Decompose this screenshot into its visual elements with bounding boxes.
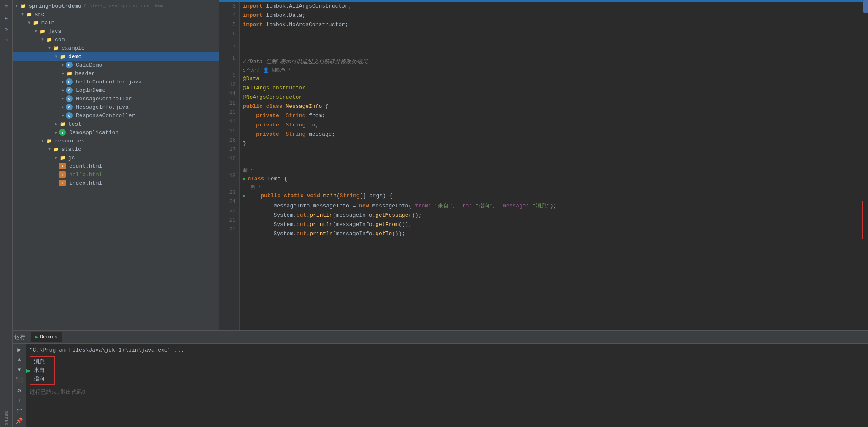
code-line-7 [243,39,863,57]
code-lines[interactable]: import lombok.AllArgsConstructor; import… [240,2,863,330]
settings-button[interactable]: ⚙ [14,386,24,395]
code-line-10: @AllArgsConstructor [243,83,863,93]
output-section: 消息 来自 指向 [30,356,55,385]
main-container: ▼ 📁 spring-boot-demo C:\test_java\spring… [13,0,868,427]
tree-label-root: spring-boot-demo [29,3,81,9]
tree-item-count-html[interactable]: ▶ H count.html [13,162,219,170]
right-scrollbar[interactable] [863,0,868,330]
arrow-demoapplication: ▶ [53,130,59,135]
tree-label-test: test [68,121,81,127]
tree-item-header[interactable]: ▶ 📁 header [13,69,219,78]
tree-item-hello-html[interactable]: ▶ H hello.html [13,170,219,179]
folder-icon-root: 📁 [19,3,27,9]
arrow-msgctrl: ▶ [60,96,66,101]
folder-icon-example: 📁 [52,45,60,51]
code-line-18 [243,158,863,167]
tree-item-example[interactable]: ▼ 📁 example [13,44,219,52]
tree-label-main: main [41,20,54,26]
tree-item-src[interactable]: ▼ 📁 src [13,10,219,19]
folder-icon-com: 📁 [46,36,53,43]
folder-icon-header: 📁 [66,70,73,77]
arrow-java: ▼ [33,29,39,34]
terminal-area: "C:\Program Files\Java\jdk-17\bin\java.e… [26,344,868,427]
tree-item-root[interactable]: ▼ 📁 spring-boot-demo C:\test_java\spring… [13,2,219,10]
code-line-16: } [243,139,863,148]
code-line-21: MessageInfo messageInfo = new MessageInf… [245,201,862,211]
tree-label-demo: demo [68,54,81,60]
tab-demo[interactable]: ▶ Demo ✕ [31,332,62,342]
icon-calcdemo: C [66,62,73,68]
tree-label-resources: resources [55,138,84,144]
tree-label-calcdemo: CalcDemo [76,62,102,68]
code-hint-19: 新 * [243,184,863,191]
tree-item-messageinfo[interactable]: ▶ C MessageInfo.java [13,103,219,111]
output-red-box: 消息 来自 指向 [30,356,55,385]
code-line-17 [243,148,863,158]
tree-item-hello-controller[interactable]: ▶ C helloController.java [13,78,219,86]
scroll-up-button[interactable]: ▲ [14,355,24,364]
tree-label-static: static [62,146,81,153]
arrow-static: ▼ [46,147,52,152]
project-tree[interactable]: ▼ 📁 spring-boot-demo C:\test_java\spring… [13,0,219,330]
toolbar-icon-4[interactable]: ⊕ [2,35,11,45]
tree-item-messagecontroller[interactable]: ▶ C MessageController [13,94,219,103]
tree-label-example: example [62,45,85,51]
code-line-20: ▶ public static void main(String[] args)… [243,191,863,201]
output-line-1: 消息 [34,358,51,366]
toolbar-icon-3[interactable]: ⚙ [2,24,11,34]
tree-label-messagecontroller: MessageController [76,96,132,102]
stop-button[interactable]: ⬛ [14,376,24,384]
toolbar-icon-2[interactable]: ▶ [2,13,11,23]
exit-message: 进程已结束,退出代码0 [30,388,865,397]
bottom-tabs: 运行: ▶ Demo ✕ [13,331,868,344]
content-area: ▼ 📁 spring-boot-demo C:\test_java\spring… [13,0,868,330]
up-button-2[interactable]: ⬆ [14,396,24,405]
tree-item-static[interactable]: ▼ 📁 static [13,145,219,153]
arrow-src: ▼ [19,12,25,17]
left-toolbar: ≡ ▶ ⚙ ⊕ marks [0,0,13,427]
tree-item-demo[interactable]: ▼ 📁 demo [13,52,219,61]
icon-messageinfo: C [66,104,73,110]
tree-item-calcdemo[interactable]: ▶ C CalcDemo [13,61,219,69]
tree-item-main[interactable]: ▼ 📁 main [13,19,219,27]
output-line-2: 来自 [34,366,51,375]
toolbar-icon-1[interactable]: ≡ [2,3,11,12]
tab-demo-close[interactable]: ✕ [55,334,58,340]
arrow-test: ▶ [53,121,59,126]
bottom-content: ▶ ▲ ▼ ⬛ ⚙ ⬆ 🗑 📌 "C:\Program Files\Java\j… [13,344,868,427]
folder-icon-resources: 📁 [46,137,53,144]
pin-button[interactable]: 📌 [14,417,24,425]
icon-demoapplication: S [59,129,66,136]
tree-item-js[interactable]: ▶ 📁 js [13,153,219,162]
arrow-js: ▶ [53,155,59,160]
tree-item-com[interactable]: ▼ 📁 com [13,35,219,44]
code-line-9: @Data [243,74,863,83]
tree-label-java: java [48,28,61,35]
icon-responsecontroller: C [66,112,73,119]
arrow-logindemo: ▶ [60,88,66,93]
run-button[interactable]: ▶ [14,345,24,354]
tree-label-count-html: count.html [69,163,102,169]
tree-item-test[interactable]: ▶ 📁 test [13,120,219,128]
tree-item-java[interactable]: ▼ 📁 java [13,27,219,35]
code-line-22: System.out.println(messageInfo.getMessag… [245,211,862,220]
tree-label-demoapplication: DemoApplication [69,129,119,136]
tree-item-index-html[interactable]: ▶ H index.html [13,179,219,187]
terminal-command: "C:\Program Files\Java\jdk-17\bin\java.e… [30,346,865,354]
folder-icon-static: 📁 [52,146,60,153]
arrow-msginfo: ▶ [60,105,66,110]
icon-hello-controller: C [66,78,73,85]
tree-item-resources[interactable]: ▼ 📁 resources [13,137,219,145]
scroll-down-button[interactable]: ▼ [14,366,24,374]
code-editor[interactable]: 3 4 5 6 7 8 9 10 11 12 13 14 15 16 17 1 [219,0,863,330]
bottom-sidebar: ▶ ▲ ▼ ⬛ ⚙ ⬆ 🗑 📌 [13,344,26,427]
tree-item-demoapplication[interactable]: ▶ S DemoApplication [13,128,219,137]
trash-button[interactable]: 🗑 [14,407,24,415]
folder-icon-demo: 📁 [59,53,67,60]
tree-item-logindemo[interactable]: ▶ C LoginDemo [13,86,219,94]
toolbar-icon-5[interactable]: marks [2,414,11,423]
arrow-com: ▼ [40,38,46,42]
tree-item-responsecontroller[interactable]: ▶ C ResponseController [13,111,219,120]
icon-hello-html: H [59,171,66,178]
tree-label-com: com [55,37,65,43]
